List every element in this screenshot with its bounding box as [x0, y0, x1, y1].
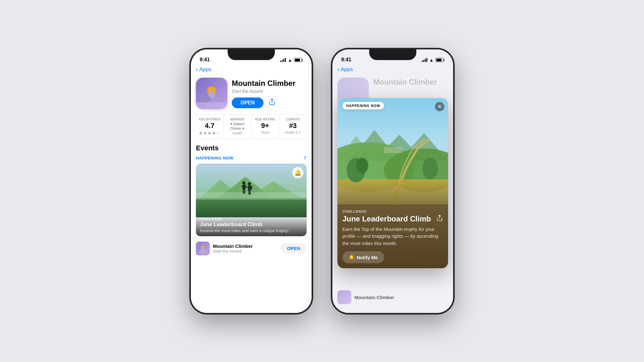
bottom-app-text-2: Mountain Climber: [354, 295, 394, 300]
svg-rect-16: [243, 190, 244, 194]
event-card-1[interactable]: 🔔 CHALLENGE June Leaderboard Climb Ascen…: [196, 164, 307, 236]
svg-point-19: [248, 182, 251, 185]
overlay-share-icon[interactable]: [436, 214, 443, 223]
phones-container: 9:41 ▲: [190, 48, 454, 314]
see-more-1[interactable]: T: [304, 155, 307, 161]
bell-button-1[interactable]: 🔔: [292, 167, 303, 178]
app-tagline-1: Start the Ascent: [232, 89, 307, 94]
svg-rect-35: [337, 179, 448, 204]
screen-1: 9:41 ▲: [191, 49, 312, 313]
app-info-1: Mountain Climber Start the Ascent OPEN: [232, 78, 307, 109]
svg-rect-22: [248, 191, 249, 194]
overlay-event-desc: Earn the Top of the Mountain trophy for …: [342, 226, 443, 247]
signal-icon-2: [422, 58, 427, 62]
rating-sub-3: Health & F: [282, 131, 304, 134]
bottom-app-info: Mountain Climber Start the Ascent: [196, 242, 253, 255]
happening-now-badge: HAPPENING NOW: [342, 102, 384, 109]
svg-rect-21: [247, 187, 249, 188]
app-icon-svg: [196, 78, 227, 109]
svg-point-38: [422, 158, 438, 179]
rating-sub-2: Years: [254, 131, 276, 134]
svg-rect-15: [242, 186, 243, 187]
phone2-bottom-strip: Mountain Climber: [332, 281, 453, 313]
svg-rect-18: [244, 185, 246, 188]
svg-rect-5: [196, 102, 227, 109]
app-header-1: Mountain Climber Start the Ascent OPEN: [191, 75, 312, 114]
mini-app-tag: Start the Ascent: [213, 249, 253, 253]
svg-rect-39: [384, 147, 402, 153]
bottom-open-button[interactable]: OPEN: [280, 243, 307, 253]
mini-icon-svg: [196, 242, 210, 255]
bell-icon-overlay: 🔔: [349, 254, 355, 260]
event-detail-overlay: HAPPENING NOW ✕: [337, 98, 448, 269]
blurred-app-text: Mountain Climber: [373, 78, 437, 86]
time-2: 9:41: [341, 57, 351, 63]
back-nav-1[interactable]: ‹ Apps: [191, 65, 312, 75]
app-buttons-1: OPEN: [232, 97, 307, 108]
share-button-1[interactable]: [269, 98, 275, 107]
mini-app-name: Mountain Climber: [213, 243, 253, 249]
event-type-label-1: CHALLENGE: [200, 217, 303, 221]
rating-sub-1: Health: [226, 131, 248, 135]
back-label-2: Apps: [341, 66, 353, 73]
overlay-event-image: [337, 98, 448, 205]
event-desc-1: Ascend the most miles and earn a unique …: [200, 228, 303, 233]
battery-icon-2: [436, 58, 444, 62]
notify-me-button[interactable]: 🔔 Notify Me: [342, 251, 384, 263]
rating-label-2: AGE RATING: [254, 118, 276, 121]
bottom-app-row-1: Mountain Climber Start the Ascent OPEN: [191, 237, 312, 259]
close-button-overlay[interactable]: ✕: [435, 102, 444, 111]
rating-label-1: AWARDS: [226, 118, 248, 121]
mini-app-text: Mountain Climber Start the Ascent: [213, 243, 253, 253]
overlay-header: HAPPENING NOW: [342, 102, 384, 109]
events-sub-header: HAPPENING NOW T: [196, 155, 307, 161]
status-icons-2: ▲: [422, 58, 444, 63]
share-icon-2: [436, 214, 443, 221]
event-overlay-text-1: CHALLENGE June Leaderboard Climb Ascend …: [196, 215, 307, 236]
rating-cell-awards: AWARDS ✦ Editors'Choice ✦ Health: [224, 114, 251, 139]
chevron-left-icon-1: ‹: [196, 66, 198, 72]
rating-value-2: 9+: [254, 122, 276, 130]
rating-label-3: CHARTS: [282, 118, 304, 121]
phone-1: 9:41 ▲: [190, 48, 313, 314]
signal-icon-1: [280, 58, 286, 62]
svg-rect-24: [250, 186, 252, 190]
notch-2: [369, 49, 416, 60]
events-section-1: Events HAPPENING NOW T: [191, 139, 312, 236]
close-icon: ✕: [438, 104, 441, 109]
svg-point-37: [356, 158, 368, 173]
overlay-info: CHALLENGE June Leaderboard Climb: [337, 205, 448, 269]
mini-app-icon: [196, 242, 210, 255]
notch-1: [228, 49, 275, 60]
svg-rect-12: [196, 192, 307, 200]
event-card-image-1: 🔔: [196, 164, 307, 217]
notify-label: Notify Me: [357, 255, 378, 260]
overlay-event-title: June Leaderboard Climb: [342, 214, 436, 223]
overlay-event-title-row: June Leaderboard Climb: [342, 214, 443, 223]
svg-rect-23: [250, 191, 251, 194]
event-title-1: June Leaderboard Climb: [200, 221, 303, 228]
rating-stars-0: ★★★★☆: [198, 131, 221, 136]
screen-2: 9:41 ▲: [332, 49, 453, 313]
bottom-app-name-2: Mountain Climber: [354, 295, 394, 300]
open-button-1[interactable]: OPEN: [232, 97, 264, 108]
svg-rect-17: [244, 190, 245, 194]
rating-cell-charts: CHARTS #3 Health & F: [279, 114, 307, 139]
rating-label-0: 41K RATINGS: [198, 118, 221, 121]
bottom-mini-icon-2: [337, 290, 351, 304]
back-nav-2[interactable]: ‹ Apps: [332, 65, 453, 75]
wifi-icon-1: ▲: [288, 58, 292, 63]
blurred-app-name: Mountain Climber: [373, 78, 437, 86]
time-1: 9:41: [200, 57, 210, 63]
landscape-svg: [337, 98, 448, 205]
rating-value-0: 4.7: [198, 122, 221, 130]
rating-cell-age: AGE RATING 9+ Years: [252, 114, 279, 139]
battery-icon-1: [294, 58, 303, 62]
phone-2: 9:41 ▲: [331, 48, 454, 314]
events-title-1: Events: [196, 144, 307, 152]
rating-value-3: #3: [282, 122, 304, 130]
chevron-left-icon-2: ‹: [337, 66, 340, 72]
overlay-event-type: CHALLENGE: [342, 209, 443, 213]
back-label-1: Apps: [199, 66, 212, 73]
wifi-icon-2: ▲: [429, 58, 434, 63]
